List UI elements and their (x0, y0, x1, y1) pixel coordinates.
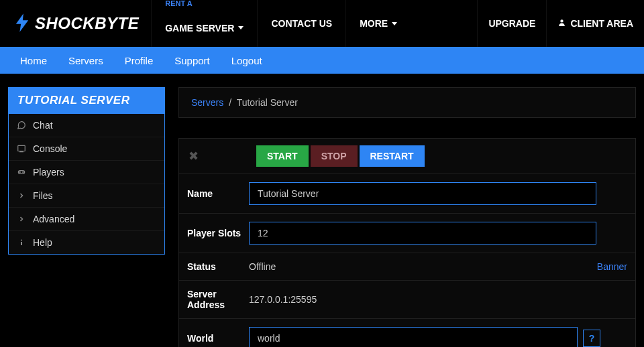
svg-point-5 (23, 171, 23, 172)
sidebar-item-help[interactable]: Help (9, 231, 164, 254)
breadcrumb-root[interactable]: Servers (191, 97, 223, 108)
name-input[interactable] (249, 182, 596, 205)
sidebar-item-files[interactable]: Files (9, 184, 164, 208)
row-world: World ? (179, 319, 635, 347)
status-label: Status (187, 261, 249, 272)
caret-down-icon (238, 26, 244, 29)
nav-client-area-label: CLIENT AREA (570, 18, 633, 29)
row-name: Name (179, 174, 635, 214)
caret-down-icon (392, 22, 397, 25)
breadcrumb-current: Tutorial Server (237, 97, 298, 108)
svg-point-6 (21, 240, 22, 241)
sidebar-item-label: Advanced (33, 214, 74, 224)
restart-button[interactable]: RESTART (360, 145, 425, 167)
subnav-logout[interactable]: Logout (221, 55, 273, 66)
server-form: ✖ START STOP RESTART Name Player Slots S… (178, 138, 636, 347)
subnav-servers[interactable]: Servers (58, 55, 114, 66)
stop-button[interactable]: STOP (311, 145, 358, 167)
row-status: Status Offline Banner (179, 253, 635, 281)
logo[interactable]: SHOCKBYTE (0, 0, 151, 47)
logo-text: SHOCKBYTE (35, 14, 139, 33)
topnav: RENT A GAME SERVER CONTACT US MORE UPGRA… (151, 0, 644, 47)
start-button[interactable]: START (256, 145, 309, 167)
nav-client-area[interactable]: CLIENT AREA (546, 0, 644, 47)
nav-more[interactable]: MORE (345, 0, 411, 47)
address-label: Server Address (187, 289, 249, 310)
breadcrumb: Servers / Tutorial Server (178, 87, 636, 118)
topnav-right: UPGRADE CLIENT AREA (477, 0, 644, 47)
nav-rent-subtitle: RENT A (165, 0, 244, 7)
nav-upgrade[interactable]: UPGRADE (477, 0, 546, 47)
status-value: Offline (249, 261, 276, 272)
console-icon (17, 144, 26, 153)
world-input[interactable] (249, 327, 578, 347)
row-address: Server Address 127.0.0.1:25595 (179, 281, 635, 319)
slots-input[interactable] (249, 222, 596, 245)
nav-contact[interactable]: CONTACT US (257, 0, 345, 47)
bolt-icon (15, 13, 30, 34)
user-icon (557, 18, 566, 29)
help-button[interactable]: ? (583, 330, 600, 347)
sidebar-item-label: Files (33, 190, 53, 201)
world-label: World (187, 333, 249, 344)
info-icon (17, 238, 26, 247)
chevron-right-icon (17, 214, 26, 224)
breadcrumb-sep: / (229, 97, 231, 108)
sidebar-item-advanced[interactable]: Advanced (9, 208, 164, 231)
main: Servers / Tutorial Server ✖ START STOP R… (178, 87, 636, 347)
sidebar-item-label: Chat (33, 120, 53, 131)
nav-rent-label: GAME SERVER (165, 23, 234, 33)
nav-rent-server[interactable]: RENT A GAME SERVER (151, 0, 257, 47)
sidebar-list: Chat Console Players Files (8, 114, 165, 255)
nav-more-label: MORE (360, 18, 388, 29)
subnav: Home Servers Profile Support Logout (0, 47, 644, 74)
chevron-right-icon (17, 191, 26, 200)
sidebar-item-console[interactable]: Console (9, 137, 164, 161)
control-buttons: START STOP RESTART (256, 145, 425, 167)
subnav-support[interactable]: Support (164, 55, 221, 66)
svg-point-0 (561, 19, 564, 22)
sidebar-item-label: Console (33, 143, 67, 154)
control-row: ✖ START STOP RESTART (179, 139, 635, 174)
topbar: SHOCKBYTE RENT A GAME SERVER CONTACT US … (0, 0, 644, 47)
sidebar: TUTORIAL SERVER Chat Console Players (8, 87, 165, 347)
address-value: 127.0.0.1:25595 (249, 294, 317, 305)
sidebar-item-label: Help (33, 237, 52, 248)
name-label: Name (187, 188, 249, 199)
sidebar-item-players[interactable]: Players (9, 161, 164, 184)
subnav-profile[interactable]: Profile (114, 55, 164, 66)
chat-icon (17, 121, 26, 130)
sidebar-item-chat[interactable]: Chat (9, 114, 164, 137)
players-icon (17, 167, 26, 177)
row-slots: Player Slots (179, 214, 635, 253)
svg-rect-1 (18, 145, 25, 151)
banner-link[interactable]: Banner (597, 261, 627, 272)
sidebar-item-label: Players (33, 167, 64, 178)
svg-rect-7 (21, 242, 22, 245)
svg-point-4 (19, 171, 20, 172)
slots-label: Player Slots (187, 228, 249, 238)
sidebar-title: TUTORIAL SERVER (8, 87, 165, 114)
subnav-home[interactable]: Home (9, 55, 58, 66)
close-icon[interactable]: ✖ (187, 149, 200, 163)
